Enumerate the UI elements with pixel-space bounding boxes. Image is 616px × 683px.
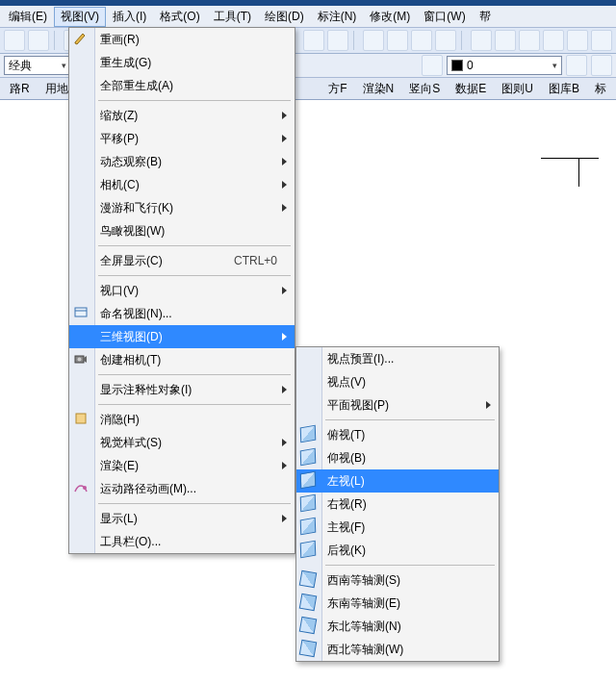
- mi-anno-display[interactable]: 显示注释性对象(I): [69, 378, 295, 401]
- mi-3dview[interactable]: 三维视图(D): [69, 325, 295, 348]
- mi-sw-iso[interactable]: 西南等轴测(S): [296, 569, 499, 592]
- submenu-arrow-icon: [282, 515, 287, 522]
- menu-edit[interactable]: 编辑(E): [2, 7, 54, 27]
- tab-mark[interactable]: 标: [587, 79, 614, 99]
- mi-visual-style[interactable]: 视觉样式(S): [69, 431, 295, 454]
- mi-label: 全部重生成(A): [100, 78, 173, 94]
- mi-label: 重画(R): [100, 32, 140, 48]
- mi-right-view[interactable]: 右视(R): [296, 493, 499, 516]
- mi-front-view[interactable]: 主视(F): [296, 516, 499, 539]
- mi-ne-iso[interactable]: 东北等轴测(N): [296, 615, 499, 638]
- mi-nw-iso[interactable]: 西北等轴测(W): [296, 638, 499, 661]
- mi-label: 三维视图(D): [100, 329, 163, 345]
- menu-draw[interactable]: 绘图(D): [258, 7, 311, 27]
- tb-btn-undo[interactable]: [303, 30, 324, 51]
- mi-top-view[interactable]: 俯视(T): [296, 423, 499, 446]
- mi-motion-path[interactable]: 运动路径动画(M)...: [69, 477, 295, 500]
- mi-walkfly[interactable]: 漫游和飞行(K): [69, 196, 295, 219]
- pencil-icon: [73, 31, 89, 46]
- style-combo[interactable]: 经典 ▾: [4, 56, 71, 75]
- tb-btn-zoomwin[interactable]: [363, 30, 384, 51]
- color-value: 0: [467, 59, 474, 72]
- mi-hide[interactable]: 消隐(H): [69, 408, 295, 431]
- tb-btn-tool3[interactable]: [543, 30, 564, 51]
- mi-label: 工具栏(O)...: [100, 534, 161, 550]
- tab-lib[interactable]: 图库B: [541, 79, 587, 99]
- tb-btn-2[interactable]: [28, 30, 49, 51]
- mi-pan[interactable]: 平移(P): [69, 127, 295, 150]
- tb-btn-tool4[interactable]: [567, 30, 588, 51]
- layer-btn-3[interactable]: [591, 55, 612, 76]
- mi-toolbars[interactable]: 工具栏(O)...: [69, 530, 295, 553]
- menu-view[interactable]: 视图(V): [54, 7, 106, 27]
- mi-redraw[interactable]: 重画(R): [69, 28, 295, 51]
- tb-btn-panrt[interactable]: [411, 30, 432, 51]
- cube-left-icon: [300, 472, 316, 488]
- mi-label: 左视(L): [327, 473, 365, 490]
- tab-fang[interactable]: 方F: [321, 79, 354, 99]
- tab-data[interactable]: 数据E: [448, 79, 494, 99]
- mi-zoom[interactable]: 缩放(Z): [69, 104, 295, 127]
- chevron-down-icon: ▾: [552, 61, 557, 70]
- mi-create-camera[interactable]: 创建相机(T): [69, 348, 295, 371]
- mi-label: 漫游和飞行(K): [100, 200, 173, 216]
- mi-label: 显示(L): [100, 511, 138, 527]
- mi-left-view[interactable]: 左视(L): [296, 469, 499, 493]
- tab-rule[interactable]: 图则U: [494, 79, 541, 99]
- mi-viewpoint-preset[interactable]: 视点预置(I)...: [296, 347, 499, 370]
- tab-vertical[interactable]: 竖向S: [401, 79, 448, 99]
- tb-btn-tool2[interactable]: [519, 30, 540, 51]
- menu-insert[interactable]: 插入(I): [106, 7, 153, 27]
- menu-window[interactable]: 窗口(W): [417, 7, 472, 27]
- menu-tools[interactable]: 工具(T): [207, 7, 258, 27]
- submenu-arrow-icon: [486, 401, 491, 409]
- mi-label: 创建相机(T): [100, 352, 161, 368]
- menu-dimension[interactable]: 标注(N): [311, 7, 364, 27]
- color-combo[interactable]: 0 ▾: [447, 56, 562, 75]
- mi-display[interactable]: 显示(L): [69, 507, 295, 530]
- mi-label: 渲染(E): [100, 458, 139, 474]
- tab-road[interactable]: 路R: [2, 79, 38, 99]
- mi-birdview[interactable]: 鸟瞰视图(W): [69, 219, 295, 242]
- tb-btn-zoomrt[interactable]: [387, 30, 408, 51]
- menu-help[interactable]: 帮: [473, 7, 498, 27]
- mi-regen-all[interactable]: 全部重生成(A): [69, 74, 295, 97]
- cube-bottom-icon: [300, 449, 316, 465]
- mi-label: 平移(P): [100, 131, 139, 147]
- mi-label: 右视(R): [327, 496, 367, 513]
- mi-se-iso[interactable]: 东南等轴测(E): [296, 592, 499, 615]
- mi-camera[interactable]: 相机(C): [69, 173, 295, 196]
- mi-bottom-view[interactable]: 仰视(B): [296, 446, 499, 469]
- mi-back-view[interactable]: 后视(K): [296, 539, 499, 562]
- mi-plan-view[interactable]: 平面视图(P): [296, 393, 499, 417]
- color-swatch-icon: [451, 60, 463, 71]
- tb-btn-tool1[interactable]: [495, 30, 516, 51]
- mi-label: 东北等轴测(N): [327, 619, 401, 635]
- svg-point-4: [83, 486, 87, 490]
- mi-render[interactable]: 渲染(E): [69, 454, 295, 477]
- view-dropdown: 重画(R) 重生成(G) 全部重生成(A) 缩放(Z) 平移(P) 动态观察(B…: [68, 27, 295, 554]
- mi-label: 仰视(B): [327, 450, 366, 467]
- mi-shortcut: CTRL+0: [234, 254, 277, 267]
- tb-btn-orbit[interactable]: [435, 30, 456, 51]
- submenu-arrow-icon: [282, 386, 287, 393]
- tb-btn-redo[interactable]: [327, 30, 348, 51]
- mi-label: 后视(K): [327, 543, 366, 559]
- mi-label: 命名视图(N)...: [100, 306, 172, 322]
- mi-viewport[interactable]: 视口(V): [69, 279, 295, 302]
- mi-regen[interactable]: 重生成(G): [69, 51, 295, 74]
- mi-named-view[interactable]: 命名视图(N)...: [69, 302, 295, 325]
- cube-iso-icon: [300, 594, 316, 610]
- mi-orbit[interactable]: 动态观察(B): [69, 150, 295, 173]
- layer-btn[interactable]: [422, 55, 443, 76]
- menu-modify[interactable]: 修改(M): [363, 7, 417, 27]
- tb-btn-props[interactable]: [471, 30, 492, 51]
- menu-format[interactable]: 格式(O): [153, 7, 206, 27]
- mi-viewpoint[interactable]: 视点(V): [296, 370, 499, 393]
- chevron-down-icon: ▾: [62, 61, 66, 70]
- mi-fullscreen[interactable]: 全屏显示(C) CTRL+0: [69, 249, 295, 272]
- tb-btn-1[interactable]: [4, 30, 25, 51]
- tb-btn-tool5[interactable]: [591, 30, 612, 51]
- tab-render[interactable]: 渲染N: [355, 79, 402, 99]
- layer-btn-2[interactable]: [566, 55, 587, 76]
